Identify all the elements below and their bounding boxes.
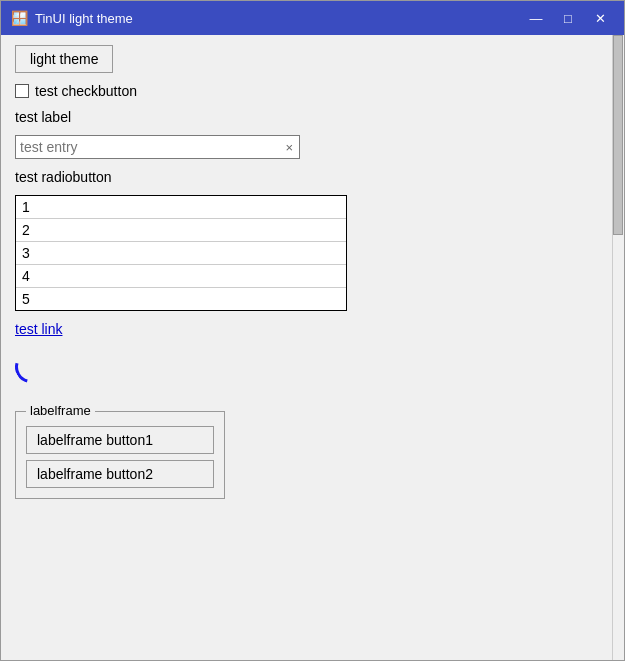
listbox[interactable]: 1 2 3 4 5 [15,195,347,311]
test-label: test label [15,109,71,125]
entry-clear-icon[interactable]: × [283,140,295,155]
checkbutton-label: test checkbutton [35,83,137,99]
main-content: light theme test checkbutton test label … [1,35,612,660]
labelframe-content: labelframe button1 labelframe button2 [26,426,214,488]
labelframe: labelframe labelframe button1 labelframe… [15,411,225,499]
link-row: test link [15,321,598,337]
app-icon: 🪟 [11,10,27,26]
window-title: TinUI light theme [35,11,133,26]
title-bar-left: 🪟 TinUI light theme [11,10,133,26]
list-item[interactable]: 3 [16,242,346,265]
checkbutton-row[interactable]: test checkbutton [15,83,598,99]
title-bar: 🪟 TinUI light theme — □ ✕ [1,1,624,35]
test-link[interactable]: test link [15,321,62,337]
list-item[interactable]: 4 [16,265,346,288]
maximize-button[interactable]: □ [554,7,582,29]
labelframe-button2[interactable]: labelframe button2 [26,460,214,488]
test-entry[interactable] [20,139,283,155]
close-button[interactable]: ✕ [586,7,614,29]
checkbutton-box[interactable] [15,84,29,98]
minimize-button[interactable]: — [522,7,550,29]
list-item[interactable]: 5 [16,288,346,310]
spinner-arc [9,345,53,389]
title-bar-controls: — □ ✕ [522,7,614,29]
radiobutton-label-row: test radiobutton [15,169,598,185]
radiobutton-label: test radiobutton [15,169,112,185]
list-item[interactable]: 1 [16,196,346,219]
scrollbar-thumb[interactable] [613,35,623,235]
button-row: light theme [15,45,598,73]
labelframe-title: labelframe [26,403,95,418]
app-window: 🪟 TinUI light theme — □ ✕ light theme te… [0,0,625,661]
spinner-wrapper [15,351,55,391]
labelframe-button1[interactable]: labelframe button1 [26,426,214,454]
scrollbar[interactable] [612,35,624,660]
list-item[interactable]: 2 [16,219,346,242]
label-row: test label [15,109,598,125]
entry-wrapper[interactable]: × [15,135,300,159]
content-area: light theme test checkbutton test label … [1,35,624,660]
light-theme-button[interactable]: light theme [15,45,113,73]
